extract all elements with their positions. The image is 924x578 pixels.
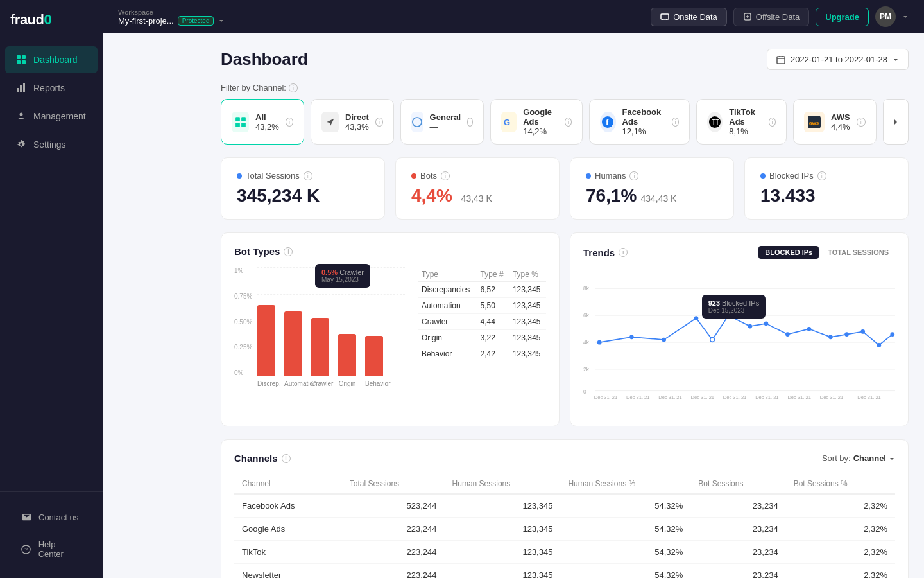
sidebar-item-label: Reports <box>33 83 65 93</box>
sidebar-item-reports[interactable]: Reports <box>5 74 98 101</box>
channel-info-icon[interactable]: i <box>857 118 866 127</box>
channel-info-icon[interactable]: i <box>565 118 572 127</box>
channel-info-icon[interactable]: i <box>375 118 383 127</box>
all-channel-icon <box>232 112 249 132</box>
trends-header: Trends i BLOCKED IPs TOTAL SESSIONS <box>583 246 895 259</box>
channel-info-icon[interactable]: i <box>769 118 776 127</box>
svg-text:f: f <box>606 118 609 127</box>
table-row: TikTok 223,244 123,345 54,32% 23,234 2,3… <box>234 541 895 564</box>
humans-value: 76,1%434,43 K <box>586 186 718 206</box>
date-range-button[interactable]: 2022-01-21 to 2022-01-28 <box>767 49 909 70</box>
bots-value: 4,4% 43,43 K <box>411 186 543 206</box>
trend-dot <box>694 316 699 320</box>
bars <box>257 305 405 376</box>
svg-point-7 <box>20 113 23 116</box>
date-range-label: 2022-01-21 to 2022-01-28 <box>791 55 887 64</box>
upgrade-button[interactable]: Upgrade <box>816 8 869 26</box>
sidebar-item-dashboard[interactable]: Dashboard <box>5 46 98 73</box>
table-row: Origin3,22123,345 <box>418 330 546 346</box>
total-sessions-info[interactable]: i <box>304 171 312 180</box>
blocked-ips-dot <box>760 173 766 179</box>
blocked-ips-info[interactable]: i <box>817 171 826 180</box>
trends-chart-area: 923 Blocked IPs Dec 15,2023 8k 6k 4k 2k … <box>583 269 895 413</box>
table-row: Newsletter 223,244 123,345 54,32% 23,234… <box>234 564 895 579</box>
help-label: Help Center <box>38 539 82 559</box>
svg-rect-1 <box>22 55 26 59</box>
tab-blocked-ips[interactable]: BLOCKED IPs <box>758 246 819 259</box>
total-sessions-value: 345,234 K <box>237 186 369 206</box>
sidebar-item-contact[interactable]: Contact us <box>10 504 92 530</box>
svg-rect-0 <box>17 55 21 59</box>
trend-dot <box>877 343 882 347</box>
channel-filter-direct[interactable]: Direct 43,3% i <box>311 99 394 144</box>
sidebar-bottom: Contact us ? Help Center <box>0 491 103 578</box>
channel-info-icon[interactable]: i <box>467 118 473 127</box>
trend-dot-hover[interactable] <box>710 338 715 342</box>
channel-info-icon[interactable]: i <box>286 118 293 127</box>
charts-row: Bot Types i 0.5% Crawler May 15,2023 1%0… <box>221 232 909 426</box>
sidebar-item-settings[interactable]: Settings <box>5 131 98 158</box>
management-icon <box>15 110 27 122</box>
trend-dot <box>662 338 666 342</box>
sidebar: fraud0 Dashboard Reports Management Se <box>0 0 103 578</box>
stat-card-blocked-ips: Blocked IPs i 13.433 <box>744 157 909 220</box>
sort-chevron-icon <box>889 455 895 462</box>
channel-filter-tiktok-ads[interactable]: TT TikTok Ads 8,1% i <box>696 99 787 144</box>
bar-chart: 0.5% Crawler May 15,2023 1%0.75%0.50%0.2… <box>234 267 405 396</box>
bots-info[interactable]: i <box>441 171 450 180</box>
channels-info[interactable]: i <box>282 454 291 463</box>
x-axis-labels: Discrep. Automation Crawler Origin Behav… <box>257 376 405 387</box>
date-chevron-icon <box>893 57 899 63</box>
svg-text:G: G <box>504 118 510 127</box>
table-row: Automation5,50123,345 <box>418 298 546 314</box>
sidebar-item-help[interactable]: ? Help Center <box>10 532 92 566</box>
trend-dot <box>764 322 769 326</box>
workspace-label: Workspace <box>118 8 640 16</box>
svg-rect-3 <box>22 60 26 64</box>
svg-text:TT: TT <box>712 119 719 126</box>
channel-filter-aws[interactable]: aws AWS 4,4% i <box>793 99 877 144</box>
channels-filter-row: All 43,2% i Direct 43,3% i 13,2% Bots 87… <box>221 99 909 144</box>
channel-filter-general[interactable]: 13,2% Bots 87,2% Humans Dec 15,2023 Gene… <box>400 99 484 144</box>
channels-scroll-right[interactable] <box>883 99 909 144</box>
svg-text:Dec 31, 21: Dec 31, 21 <box>594 394 617 400</box>
offsite-data-button[interactable]: Offsite Data <box>733 8 809 26</box>
table-row: Crawler4,44123,345 <box>418 314 546 330</box>
svg-text:2k: 2k <box>583 366 590 372</box>
google-ads-icon: G <box>501 112 517 132</box>
sort-label: Sort by: Channel <box>822 453 895 463</box>
svg-text:Dec 31, 21: Dec 31, 21 <box>755 394 778 400</box>
channel-filter-all[interactable]: All 43,2% i <box>221 99 304 144</box>
table-row: Behavior2,42123,345 <box>418 346 546 362</box>
svg-text:Dec 31, 21: Dec 31, 21 <box>857 394 880 400</box>
sidebar-item-management[interactable]: Management <box>5 103 98 130</box>
stats-row: Total Sessions i 345,234 K Bots i 4,4% 4… <box>221 157 909 220</box>
channel-info-icon[interactable]: i <box>672 118 679 127</box>
main-content: Dashboard 2022-01-21 to 2022-01-28 Filte… <box>205 33 924 578</box>
svg-text:Dec 31, 21: Dec 31, 21 <box>691 394 714 400</box>
stat-card-humans: Humans i 76,1%434,43 K <box>570 157 734 220</box>
svg-text:Dec 31, 21: Dec 31, 21 <box>723 394 746 400</box>
bots-dot <box>411 173 416 179</box>
bar-discrep <box>257 305 275 376</box>
trend-dot <box>748 324 752 329</box>
trend-dot <box>860 329 865 334</box>
onsite-data-button[interactable]: Onsite Data <box>651 8 727 26</box>
aws-icon: aws <box>804 112 825 132</box>
channel-filter-google-ads[interactable]: G Google Ads 14,2% i <box>490 99 583 144</box>
filter-info-icon[interactable]: i <box>289 83 298 92</box>
trends-card: Trends i BLOCKED IPs TOTAL SESSIONS 923 … <box>570 232 909 426</box>
svg-text:6k: 6k <box>583 312 590 319</box>
svg-rect-16 <box>241 123 246 127</box>
bot-types-info[interactable]: i <box>284 247 293 256</box>
table-row: Facebook Ads 523,244 123,345 54,32% 23,2… <box>234 494 895 518</box>
trend-tooltip: 923 Blocked IPs Dec 15,2023 <box>702 295 766 319</box>
tab-total-sessions[interactable]: TOTAL SESSIONS <box>821 246 895 259</box>
avatar-chevron-icon <box>902 13 909 20</box>
trends-info[interactable]: i <box>619 248 628 257</box>
bot-types-card: Bot Types i 0.5% Crawler May 15,2023 1%0… <box>221 232 560 426</box>
trend-line <box>599 315 893 345</box>
trend-dot <box>629 335 634 339</box>
humans-info[interactable]: i <box>629 171 638 180</box>
channel-filter-facebook-ads[interactable]: f Facebook Ads 12,1% i <box>589 99 690 144</box>
